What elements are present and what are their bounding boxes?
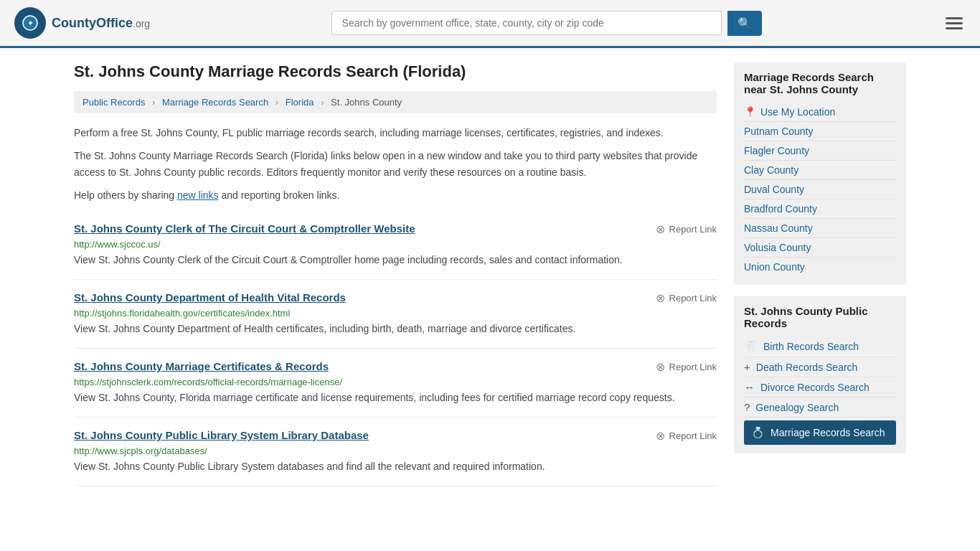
nearby-county-3[interactable]: Duval County bbox=[744, 180, 896, 199]
pr-icon-2: ↔ bbox=[744, 381, 755, 393]
breadcrumb-florida[interactable]: Florida bbox=[286, 97, 314, 108]
result-url-3[interactable]: http://www.sjcpls.org/databases/ bbox=[74, 446, 717, 456]
public-record-4[interactable]: 💍Marriage Records Search bbox=[744, 420, 896, 445]
sidebar: Marriage Records Search near St. Johns C… bbox=[734, 62, 906, 486]
result-url-0[interactable]: http://www.sjccoc.us/ bbox=[74, 239, 717, 250]
public-records-title: St. Johns County Public Records bbox=[744, 305, 896, 329]
breadcrumb-sep3: › bbox=[321, 97, 324, 108]
report-icon-3: ⊗ bbox=[656, 429, 665, 443]
result-desc-1: View St. Johns County Department of Heal… bbox=[74, 321, 717, 336]
result-desc-3: View St. Johns County Public Library Sys… bbox=[74, 459, 717, 474]
public-record-3[interactable]: ?Genealogy Search bbox=[744, 397, 896, 418]
nearby-county-1[interactable]: Flagler County bbox=[744, 141, 896, 161]
public-record-2[interactable]: ↔Divorce Records Search bbox=[744, 377, 896, 397]
breadcrumb: Public Records › Marriage Records Search… bbox=[74, 91, 717, 113]
result-header: St. Johns County Public Library System L… bbox=[74, 429, 717, 443]
content-area: St. Johns County Marriage Records Search… bbox=[74, 62, 717, 486]
result-header: St. Johns County Marriage Certificates &… bbox=[74, 360, 717, 374]
use-my-location[interactable]: 📍 Use My Location bbox=[744, 103, 896, 122]
report-link-0[interactable]: ⊗ Report Link bbox=[656, 222, 717, 236]
nearby-county-4[interactable]: Bradford County bbox=[744, 199, 896, 219]
location-icon: 📍 bbox=[744, 106, 756, 118]
breadcrumb-sep1: › bbox=[152, 97, 155, 108]
public-records-section: St. Johns County Public Records 🦷Birth R… bbox=[734, 296, 906, 453]
result-header: St. Johns County Department of Health Vi… bbox=[74, 291, 717, 305]
report-link-1[interactable]: ⊗ Report Link bbox=[656, 291, 717, 305]
nearby-county-5[interactable]: Nassau County bbox=[744, 219, 896, 238]
nearby-county-7[interactable]: Union County bbox=[744, 258, 896, 276]
nearby-counties-list: Putnam CountyFlagler CountyClay CountyDu… bbox=[744, 122, 896, 276]
main-container: St. Johns County Marriage Records Search… bbox=[60, 48, 920, 501]
breadcrumb-sep2: › bbox=[275, 97, 278, 108]
breadcrumb-marriage-records[interactable]: Marriage Records Search bbox=[162, 97, 268, 108]
nearby-county-6[interactable]: Volusia County bbox=[744, 238, 896, 258]
menu-icon-line2 bbox=[946, 22, 963, 24]
pr-icon-1: + bbox=[744, 361, 750, 373]
menu-button[interactable] bbox=[943, 14, 966, 32]
logo-text: CountyOffice.org bbox=[52, 16, 150, 31]
description-3: Help others by sharing new links and rep… bbox=[74, 187, 717, 203]
result-title-0[interactable]: St. Johns County Clerk of The Circuit Co… bbox=[74, 222, 415, 235]
search-button[interactable]: 🔍 bbox=[727, 11, 762, 36]
page-title: St. Johns County Marriage Records Search… bbox=[74, 62, 717, 81]
report-label-1: Report Link bbox=[669, 293, 717, 303]
result-title-1[interactable]: St. Johns County Department of Health Vi… bbox=[74, 291, 346, 303]
result-url-1[interactable]: http://stjohns.floridahealth.gov/certifi… bbox=[74, 308, 717, 319]
results-container: St. Johns County Clerk of The Circuit Co… bbox=[74, 211, 717, 486]
description-2: The St. Johns County Marriage Records Se… bbox=[74, 148, 717, 180]
pr-label-3: Genealogy Search bbox=[755, 402, 839, 413]
public-record-1[interactable]: +Death Records Search bbox=[744, 357, 896, 377]
report-label-0: Report Link bbox=[669, 224, 717, 235]
result-title-2[interactable]: St. Johns County Marriage Certificates &… bbox=[74, 360, 329, 372]
logo-suffix: .org bbox=[133, 18, 150, 29]
result-item: St. Johns County Marriage Certificates &… bbox=[74, 349, 717, 418]
pr-label-2: Divorce Records Search bbox=[760, 382, 870, 393]
result-item: St. Johns County Public Library System L… bbox=[74, 418, 717, 486]
result-desc-2: View St. Johns County, Florida marriage … bbox=[74, 390, 717, 405]
pr-label-0: Birth Records Search bbox=[763, 341, 859, 352]
description-1: Perform a free St. Johns County, FL publ… bbox=[74, 125, 717, 141]
search-icon: 🔍 bbox=[738, 17, 752, 29]
description-3-suffix: and reporting broken links. bbox=[219, 189, 340, 201]
nearby-county-0[interactable]: Putnam County bbox=[744, 122, 896, 141]
logo-icon: ✦ bbox=[14, 7, 46, 39]
breadcrumb-current: St. Johns County bbox=[331, 97, 402, 108]
search-area: 🔍 bbox=[331, 11, 762, 36]
pr-label-1: Death Records Search bbox=[756, 362, 858, 373]
report-label-3: Report Link bbox=[669, 430, 717, 441]
result-title-3[interactable]: St. Johns County Public Library System L… bbox=[74, 429, 369, 441]
pr-label-4: Marriage Records Search bbox=[771, 427, 885, 438]
nearby-counties-title: Marriage Records Search near St. Johns C… bbox=[744, 71, 896, 95]
svg-text:✦: ✦ bbox=[27, 19, 34, 27]
pr-icon-4: 💍 bbox=[751, 426, 765, 439]
result-header: St. Johns County Clerk of The Circuit Co… bbox=[74, 222, 717, 236]
report-link-3[interactable]: ⊗ Report Link bbox=[656, 429, 717, 443]
menu-icon-line1 bbox=[946, 17, 963, 19]
nearby-counties-section: Marriage Records Search near St. Johns C… bbox=[734, 62, 906, 285]
header: ✦ CountyOffice.org 🔍 bbox=[0, 0, 980, 48]
breadcrumb-public-records[interactable]: Public Records bbox=[83, 97, 145, 108]
result-item: St. Johns County Department of Health Vi… bbox=[74, 280, 717, 349]
result-desc-0: View St. Johns County Clerk of the Circu… bbox=[74, 253, 717, 268]
result-item: St. Johns County Clerk of The Circuit Co… bbox=[74, 211, 717, 280]
public-records-list: 🦷Birth Records Search+Death Records Sear… bbox=[744, 336, 896, 445]
pr-icon-0: 🦷 bbox=[744, 340, 758, 353]
report-label-2: Report Link bbox=[669, 362, 717, 372]
report-icon-2: ⊗ bbox=[656, 360, 665, 374]
report-link-2[interactable]: ⊗ Report Link bbox=[656, 360, 717, 374]
menu-icon-line3 bbox=[946, 27, 963, 29]
description-3-prefix: Help others by sharing bbox=[74, 189, 177, 201]
nearby-county-2[interactable]: Clay County bbox=[744, 161, 896, 180]
pr-icon-3: ? bbox=[744, 401, 750, 413]
result-url-2[interactable]: https://stjohnsclerk.com/records/officia… bbox=[74, 377, 717, 387]
search-input[interactable] bbox=[331, 11, 722, 35]
location-label: Use My Location bbox=[760, 106, 835, 118]
logo-area: ✦ CountyOffice.org bbox=[14, 7, 150, 39]
public-record-0[interactable]: 🦷Birth Records Search bbox=[744, 336, 896, 357]
report-icon-0: ⊗ bbox=[656, 222, 665, 236]
report-icon-1: ⊗ bbox=[656, 291, 665, 305]
new-links-link[interactable]: new links bbox=[177, 189, 219, 201]
